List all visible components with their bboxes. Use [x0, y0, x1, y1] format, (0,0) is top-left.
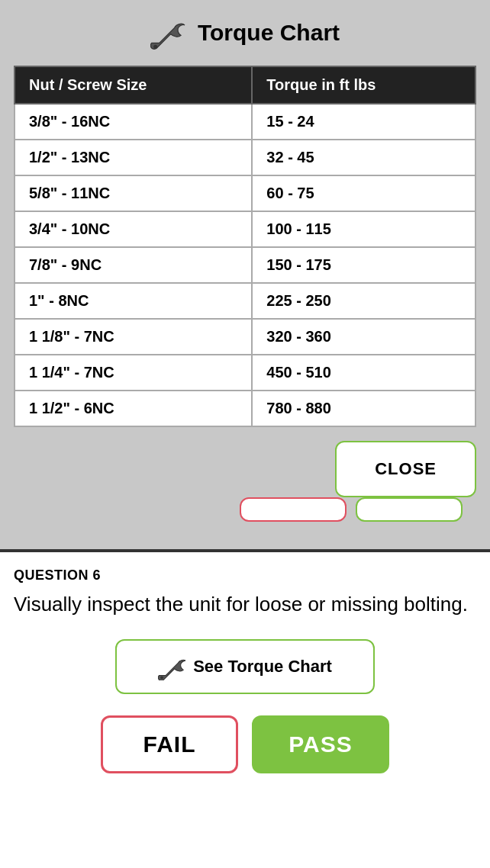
torque-table: Nut / Screw Size Torque in ft lbs 3/8" -…: [14, 66, 476, 427]
pass-fail-row: FAIL PASS: [14, 715, 476, 773]
col1-header: Nut / Screw Size: [15, 66, 252, 104]
table-row: 1 1/4" - 7NC450 - 510: [15, 355, 475, 391]
modal-title: Torque Chart: [198, 20, 340, 46]
modal-pass-button[interactable]: [356, 497, 463, 522]
table-row: 1/2" - 13NC32 - 45: [15, 140, 475, 175]
torque-value-cell: 60 - 75: [252, 175, 475, 211]
torque-value-cell: 150 - 175: [252, 247, 475, 283]
see-torque-chart-label: See Torque Chart: [193, 657, 332, 677]
see-torque-chart-button[interactable]: See Torque Chart: [115, 639, 375, 694]
wrench-icon-btn: [158, 653, 185, 680]
question-label: QUESTION 6: [14, 567, 476, 583]
svg-point-0: [153, 45, 157, 49]
wrench-icon: [150, 14, 189, 52]
fail-button[interactable]: FAIL: [101, 715, 238, 773]
torque-value-cell: 100 - 115: [252, 211, 475, 247]
table-row: 1" - 8NC225 - 250: [15, 283, 475, 319]
nut-size-cell: 3/8" - 16NC: [15, 104, 252, 140]
see-torque-chart-row: See Torque Chart: [14, 639, 476, 694]
pass-button[interactable]: PASS: [252, 715, 389, 773]
close-button[interactable]: CLOSE: [335, 441, 476, 497]
modal-fail-button[interactable]: [240, 497, 347, 522]
modal-header: Torque Chart: [14, 14, 476, 52]
torque-value-cell: 15 - 24: [252, 104, 475, 140]
nut-size-cell: 1/2" - 13NC: [15, 140, 252, 175]
nut-size-cell: 3/4" - 10NC: [15, 211, 252, 247]
svg-point-1: [160, 677, 163, 680]
table-row: 5/8" - 11NC60 - 75: [15, 175, 475, 211]
col2-header: Torque in ft lbs: [252, 66, 475, 104]
table-row: 7/8" - 9NC150 - 175: [15, 247, 475, 283]
question-section: QUESTION 6 Visually inspect the unit for…: [0, 552, 490, 796]
nut-size-cell: 1 1/8" - 7NC: [15, 319, 252, 355]
nut-size-cell: 1" - 8NC: [15, 283, 252, 319]
table-row: 3/4" - 10NC100 - 115: [15, 211, 475, 247]
torque-value-cell: 450 - 510: [252, 355, 475, 391]
close-button-row: CLOSE: [14, 441, 476, 497]
torque-value-cell: 225 - 250: [252, 283, 475, 319]
nut-size-cell: 1 1/4" - 7NC: [15, 355, 252, 391]
nut-size-cell: 5/8" - 11NC: [15, 175, 252, 211]
torque-chart-modal: Torque Chart Nut / Screw Size Torque in …: [0, 0, 490, 549]
question-text: Visually inspect the unit for loose or m…: [14, 591, 476, 618]
nut-size-cell: 1 1/2" - 6NC: [15, 391, 252, 426]
table-row: 1 1/2" - 6NC780 - 880: [15, 391, 475, 426]
table-row: 1 1/8" - 7NC320 - 360: [15, 319, 475, 355]
nut-size-cell: 7/8" - 9NC: [15, 247, 252, 283]
torque-value-cell: 780 - 880: [252, 391, 475, 426]
torque-value-cell: 32 - 45: [252, 140, 475, 175]
torque-value-cell: 320 - 360: [252, 319, 475, 355]
table-row: 3/8" - 16NC15 - 24: [15, 104, 475, 140]
modal-bottom-buttons: [14, 497, 476, 531]
